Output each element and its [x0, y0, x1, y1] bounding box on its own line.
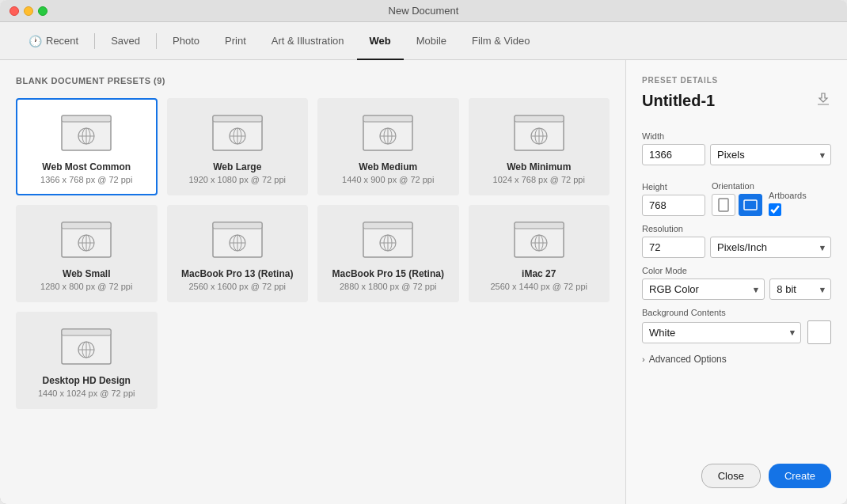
preset-card-web-large[interactable]: Web Large 1920 x 1080 px @ 72 ppi [167, 98, 309, 195]
svg-rect-25 [62, 222, 111, 229]
tab-print[interactable]: Print [212, 22, 259, 60]
preset-name-2: Web Medium [359, 161, 417, 172]
preset-size-1: 1920 x 1080 px @ 72 ppi [189, 175, 286, 184]
advanced-options-label: Advanced Options [649, 354, 727, 365]
preset-name-3: Web Minimum [507, 161, 571, 172]
preset-icon-macbook-15 [360, 219, 416, 260]
width-unit-wrapper: Pixels Inches Centimeters Millimeters Po… [710, 144, 831, 165]
tab-web[interactable]: Web [357, 22, 404, 60]
preset-card-web-most-common[interactable]: Web Most Common 1366 x 768 px @ 72 ppi [16, 98, 158, 195]
preset-card-web-small[interactable]: Web Small 1280 x 800 px @ 72 ppi [16, 205, 158, 302]
color-depth-select[interactable]: 8 bit 16 bit 32 bit [769, 279, 831, 300]
preset-icon-imac-27 [511, 219, 567, 260]
preset-card-macbook-15[interactable]: MacBook Pro 15 (Retina) 2880 x 1800 px @… [317, 205, 459, 302]
main-content: BLANK DOCUMENT PRESETS (9) Web Most Comm… [0, 60, 847, 504]
tab-saved-label: Saved [111, 35, 140, 47]
width-row: Pixels Inches Centimeters Millimeters Po… [642, 144, 831, 165]
tab-film-label: Film & Video [472, 35, 530, 47]
preset-size-6: 2880 x 1800 px @ 72 ppi [340, 282, 436, 291]
height-group: Height [642, 174, 705, 216]
preset-size-8: 1440 x 1024 px @ 72 ppi [38, 388, 135, 398]
maximize-traffic-light[interactable] [38, 6, 47, 16]
orientation-landscape-button[interactable] [739, 194, 762, 216]
artboards-group-wrapper: Artboards [769, 183, 807, 216]
svg-rect-13 [363, 116, 412, 122]
preset-card-imac-27[interactable]: iMac 27 2560 x 1440 px @ 72 ppi [469, 205, 610, 302]
recent-icon: 🕐 [28, 35, 42, 47]
preset-name-0: Web Most Common [42, 161, 131, 172]
preset-icon-web-minimum [511, 112, 567, 153]
color-mode-wrapper: RGB Color CMYK Color Grayscale Bitmap La… [642, 279, 765, 300]
resolution-input[interactable] [642, 237, 705, 258]
tab-art-label: Art & Illustration [272, 35, 344, 47]
tab-photo[interactable]: Photo [160, 22, 212, 60]
artboards-checkbox-group [769, 203, 807, 216]
height-label: Height [642, 182, 705, 191]
preset-card-desktop-hd[interactable]: Desktop HD Design 1440 x 1024 px @ 72 pp… [16, 312, 158, 409]
tab-separator-2 [156, 33, 157, 49]
preset-size-3: 1024 x 768 px @ 72 ppi [493, 175, 585, 184]
resolution-unit-select[interactable]: Pixels/Inch Pixels/Centimeter [710, 237, 831, 258]
minimize-traffic-light[interactable] [24, 6, 33, 16]
tab-saved[interactable]: Saved [98, 22, 153, 60]
preset-card-web-medium[interactable]: Web Medium 1440 x 900 px @ 72 ppi [317, 98, 459, 195]
color-depth-wrapper: 8 bit 16 bit 32 bit ▾ [769, 279, 831, 300]
preset-size-2: 1440 x 900 px @ 72 ppi [342, 175, 434, 184]
save-preset-icon[interactable] [815, 91, 831, 111]
tabs-bar: 🕐 Recent Saved Photo Print Art & Illustr… [0, 22, 847, 60]
preset-icon-web-medium [360, 112, 416, 153]
close-button[interactable]: Close [701, 464, 761, 488]
svg-rect-31 [213, 222, 262, 229]
svg-rect-43 [515, 222, 564, 229]
preset-icon-web-small [59, 219, 114, 260]
traffic-lights [9, 6, 47, 16]
width-label: Width [642, 131, 831, 141]
create-button[interactable]: Create [769, 464, 831, 488]
tab-film[interactable]: Film & Video [459, 22, 542, 60]
height-input[interactable] [642, 195, 705, 216]
advanced-options-toggle[interactable]: › Advanced Options [642, 354, 831, 365]
preset-size-5: 2560 x 1600 px @ 72 ppi [189, 282, 286, 291]
color-mode-select[interactable]: RGB Color CMYK Color Grayscale Bitmap La… [642, 279, 765, 300]
tab-web-label: Web [370, 35, 391, 47]
presets-label: BLANK DOCUMENT PRESETS (9) [16, 76, 610, 85]
preset-size-7: 2560 x 1440 px @ 72 ppi [491, 282, 587, 291]
preset-name-1: Web Large [213, 161, 261, 172]
svg-rect-7 [213, 116, 262, 122]
background-select-wrapper: White Black Transparent Background Color… [642, 322, 801, 343]
svg-rect-37 [363, 222, 412, 229]
document-name: Untitled-1 [642, 92, 715, 110]
resolution-label: Resolution [642, 224, 831, 233]
preset-card-macbook-13[interactable]: MacBook Pro 13 (Retina) 2560 x 1600 px @… [167, 205, 309, 302]
titlebar: New Document [0, 0, 847, 22]
window-title: New Document [389, 5, 459, 17]
tab-mobile-label: Mobile [416, 35, 446, 47]
preset-icon-web-large [210, 112, 265, 153]
preset-icon-desktop-hd [59, 326, 114, 367]
color-mode-label: Color Mode [642, 266, 831, 275]
resolution-unit-wrapper: Pixels/Inch Pixels/Centimeter ▾ [710, 237, 831, 258]
orientation-group-wrapper: Orientation [712, 173, 762, 216]
width-input[interactable] [642, 144, 705, 165]
tab-art[interactable]: Art & Illustration [259, 22, 357, 60]
bottom-buttons: Close Create [642, 464, 831, 488]
details-section-label: PRESET DETAILS [642, 76, 831, 85]
artboards-checkbox[interactable] [769, 203, 781, 216]
background-color-swatch[interactable] [807, 320, 831, 344]
svg-rect-49 [62, 329, 111, 335]
orientation-buttons [712, 194, 762, 216]
close-traffic-light[interactable] [9, 6, 19, 16]
tab-photo-label: Photo [173, 35, 199, 47]
background-label: Background Contents [642, 308, 831, 317]
width-unit-select[interactable]: Pixels Inches Centimeters Millimeters Po… [710, 144, 831, 165]
artboards-label: Artboards [769, 191, 807, 200]
tab-mobile[interactable]: Mobile [404, 22, 459, 60]
tab-recent[interactable]: 🕐 Recent [16, 22, 91, 60]
presets-grid: Web Most Common 1366 x 768 px @ 72 ppi W… [16, 98, 610, 409]
tab-recent-label: Recent [46, 35, 78, 47]
orientation-portrait-button[interactable] [712, 194, 735, 216]
preset-size-4: 1280 x 800 px @ 72 ppi [40, 282, 132, 291]
preset-card-web-minimum[interactable]: Web Minimum 1024 x 768 px @ 72 ppi [469, 98, 610, 195]
orientation-label: Orientation [712, 181, 762, 191]
background-select[interactable]: White Black Transparent Background Color… [642, 322, 801, 343]
